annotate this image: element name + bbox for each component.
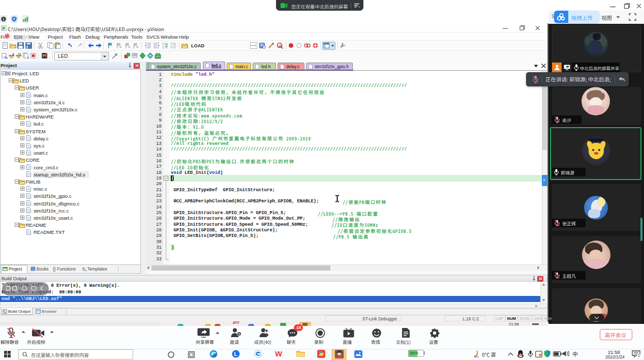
svg-text:L: L bbox=[234, 351, 237, 357]
svg-text:0: 0 bbox=[82, 266, 85, 272]
svg-text:1: 1 bbox=[638, 353, 640, 357]
svg-text:@: @ bbox=[279, 44, 282, 48]
